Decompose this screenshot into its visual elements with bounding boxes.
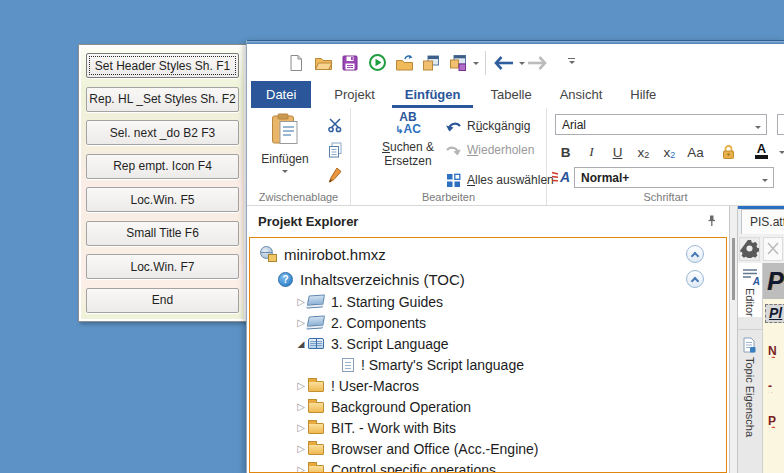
clipped-tool-icon[interactable] — [763, 237, 783, 261]
macro-button-f7[interactable]: Loc.Win. F7 — [86, 254, 239, 279]
paste-button[interactable]: Einfügen — [257, 113, 313, 187]
quick-access-toolbar — [247, 44, 784, 81]
subscript-button[interactable]: x2 — [659, 141, 680, 162]
topic-properties-tab-icon — [742, 337, 758, 353]
search-replace-button[interactable]: AB ↳AC Suchen & Ersetzen — [375, 111, 441, 168]
tree-item[interactable]: 1. Starting Guides — [250, 291, 726, 312]
expander-icon[interactable] — [294, 422, 308, 433]
select-all-button[interactable]: Alles auswählen — [443, 168, 554, 192]
undo-icon — [443, 119, 463, 133]
font-color-button[interactable]: A — [751, 141, 772, 162]
save-window-icon[interactable] — [446, 51, 470, 75]
paste-label: Einfügen — [261, 152, 308, 166]
expander-icon[interactable] — [294, 339, 308, 349]
select-all-icon — [443, 173, 463, 188]
macro-button-f6[interactable]: Small Title F6 — [86, 221, 239, 246]
font-family-select[interactable]: Arial — [555, 114, 767, 135]
save-icon[interactable] — [338, 51, 362, 75]
book-closed-icon — [307, 294, 325, 305]
expander-icon[interactable] — [294, 464, 308, 473]
macro-button-f4[interactable]: Rep empt. Icon F4 — [86, 154, 239, 179]
font-color-dropdown-icon[interactable] — [779, 151, 784, 157]
toolbar-options-icon[interactable] — [568, 58, 575, 68]
expander-icon[interactable] — [294, 296, 308, 307]
expander-icon[interactable] — [294, 443, 308, 454]
spellcheck-fragment: P — [768, 414, 780, 428]
macro-button-f5[interactable]: Loc.Win. F5 — [86, 187, 239, 212]
paragraph-style-value: Normal+ — [581, 171, 629, 185]
tree-item-label: 3. Script Language — [331, 336, 449, 352]
project-globe-icon — [260, 246, 277, 262]
expander-icon[interactable] — [294, 317, 308, 328]
tree-item[interactable]: ! User-Macros — [250, 375, 726, 396]
tab-ansicht[interactable]: Ansicht — [547, 81, 616, 108]
tree-item[interactable]: ! Smarty's Script language — [250, 354, 726, 375]
cut-icon[interactable] — [325, 116, 345, 134]
topic-page-icon — [342, 358, 354, 372]
copy-icon[interactable] — [325, 141, 345, 159]
scrollbar-thumb[interactable] — [732, 238, 735, 300]
character-style-icon[interactable]: A — [551, 168, 571, 188]
vertical-tab-strip: Editor Topic Eigenscha — [738, 263, 763, 473]
gear-icon[interactable] — [739, 237, 760, 261]
toolbar-separator — [485, 51, 486, 75]
tab-hilfe[interactable]: Hilfe — [617, 81, 669, 108]
selected-text[interactable]: Pl — [765, 304, 784, 323]
macro-button-f2[interactable]: Rep. HL _Set Styles Sh. F2 — [86, 87, 239, 112]
project-root-label: minirobot.hmxz — [284, 246, 386, 263]
collapse-project-button[interactable] — [686, 245, 704, 263]
paste-dropdown-icon[interactable] — [282, 170, 288, 176]
italic-button[interactable]: I — [581, 141, 602, 162]
tree-item[interactable]: Control specific operations — [250, 459, 726, 473]
save-window-dropdown-icon[interactable] — [473, 62, 479, 68]
format-painter-icon[interactable] — [325, 166, 345, 184]
tab-projekt[interactable]: Projekt — [321, 81, 387, 108]
tab-topic-properties[interactable]: Topic Eigenscha — [738, 329, 762, 437]
menu-tab-bar: Datei Projekt Einfügen Tabelle Ansicht H… — [247, 81, 784, 108]
topic-editor[interactable]: P Pl N - P — [763, 263, 784, 473]
expander-icon[interactable] — [294, 380, 308, 391]
open-project-icon[interactable] — [311, 51, 335, 75]
project-tree: minirobot.hmxz Inhaltsverzeichnis (TOC) … — [249, 237, 727, 473]
tree-item[interactable]: Background Operation — [250, 396, 726, 417]
underline-button[interactable]: U — [607, 141, 628, 162]
macro-button-f3[interactable]: Sel. next _do B2 F3 — [86, 120, 239, 145]
tab-editor[interactable]: Editor — [738, 263, 762, 317]
tree-item-toc[interactable]: Inhaltsverzeichnis (TOC) — [250, 267, 726, 291]
tree-item[interactable]: BIT. - Work with Bits — [250, 417, 726, 438]
folder-icon — [308, 444, 324, 455]
back-icon[interactable] — [492, 51, 516, 75]
tree-item[interactable]: 2. Components — [250, 312, 726, 333]
tree-item[interactable]: Browser and Office (Acc.-Engine) — [250, 438, 726, 459]
folder-icon — [308, 402, 324, 413]
expander-icon[interactable] — [294, 401, 308, 412]
font-size-select-partial[interactable] — [777, 114, 784, 135]
collapse-toc-button[interactable] — [686, 270, 704, 288]
tab-datei[interactable]: Datei — [251, 81, 311, 108]
paragraph-style-dropdown-icon[interactable] — [762, 179, 768, 185]
macro-button-end[interactable]: End — [86, 288, 239, 313]
paragraph-style-select[interactable]: Normal+ — [574, 167, 774, 188]
tree-item[interactable]: 3. Script Language — [250, 333, 726, 354]
open-recent-icon[interactable] — [392, 51, 416, 75]
app-window: Datei Projekt Einfügen Tabelle Ansicht H… — [246, 40, 784, 473]
tab-einfuegen[interactable]: Einfügen — [392, 81, 474, 108]
tab-tabelle[interactable]: Tabelle — [477, 81, 544, 108]
undo-button[interactable]: Rückgängig — [443, 114, 554, 138]
superscript-button[interactable]: x2 — [633, 141, 654, 162]
new-document-icon[interactable] — [284, 51, 308, 75]
panel-splitter[interactable] — [729, 206, 738, 473]
macro-button-f1[interactable]: Set Header Styles Sh. F1 — [86, 53, 239, 78]
book-open-icon — [308, 338, 324, 349]
lock-icon[interactable] — [718, 141, 739, 162]
bold-button[interactable]: B — [555, 141, 576, 162]
font-family-dropdown-icon[interactable] — [755, 126, 761, 132]
document-tab[interactable]: PIS.attac — [741, 209, 784, 234]
ribbon: Einfügen Zwischenablage AB ↳AC — [247, 108, 784, 206]
run-compile-icon[interactable] — [365, 51, 389, 75]
tree-root-project[interactable]: minirobot.hmxz — [250, 241, 726, 267]
change-case-button[interactable]: Aa — [685, 141, 706, 162]
duplicate-window-icon[interactable] — [419, 51, 443, 75]
editor-body[interactable]: Pl N - P — [763, 299, 784, 473]
pin-icon[interactable] — [705, 214, 718, 230]
